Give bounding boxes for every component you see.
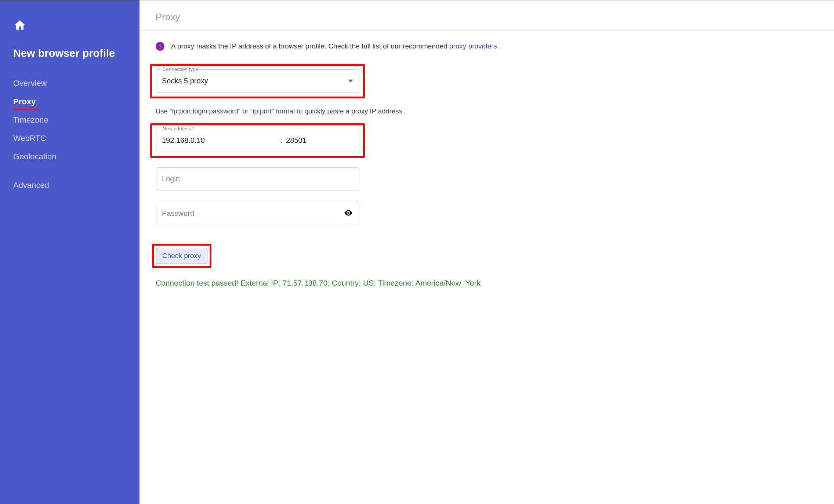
main-content: Proxy i A proxy masks the IP address of … <box>139 0 834 504</box>
sidebar: New browser profile Overview Proxy Timez… <box>0 0 139 504</box>
password-input[interactable] <box>162 209 344 218</box>
sidebar-item-label: Advanced <box>13 181 49 190</box>
connection-type-value: Socks 5 proxy <box>162 77 348 85</box>
password-field[interactable] <box>156 202 359 225</box>
info-text: A proxy masks the IP address of a browse… <box>171 41 501 51</box>
info-icon: i <box>156 42 164 51</box>
home-icon <box>13 19 26 31</box>
info-message: A proxy masks the IP address of a browse… <box>171 42 449 50</box>
check-proxy-button[interactable]: Check proxy <box>156 248 207 264</box>
annotation-box-address: New address * : <box>150 123 365 158</box>
login-field[interactable] <box>156 167 359 191</box>
sidebar-item-geolocation[interactable]: Geolocation <box>13 148 56 166</box>
login-input[interactable] <box>162 175 353 183</box>
home-link[interactable] <box>13 19 126 33</box>
proxy-providers-link[interactable]: proxy providers <box>449 42 497 50</box>
sidebar-item-proxy[interactable]: Proxy <box>13 93 36 111</box>
sidebar-item-advanced[interactable]: Advanced <box>13 176 49 195</box>
chevron-down-icon <box>348 78 353 84</box>
section-header: Proxy <box>139 0 834 30</box>
new-address-label: New address * <box>160 126 197 131</box>
info-trailing: . <box>497 42 501 50</box>
sidebar-item-overview[interactable]: Overview <box>13 74 47 93</box>
new-address-field[interactable]: New address * : <box>156 129 359 152</box>
connection-type-label: Connection type <box>160 66 200 72</box>
page-title: New browser profile <box>13 47 126 59</box>
ip-input[interactable] <box>162 136 277 145</box>
connection-test-result: Connection test passed! External IP: 71.… <box>156 278 527 288</box>
sidebar-item-label: Geolocation <box>13 152 56 161</box>
check-proxy-label: Check proxy <box>162 252 201 260</box>
ip-port-separator: : <box>279 136 284 145</box>
info-row: i A proxy masks the IP address of a brow… <box>156 41 527 51</box>
toggle-password-visibility[interactable] <box>344 208 353 219</box>
sidebar-nav: Overview Proxy Timezone WebRTC Geolocati… <box>13 74 126 195</box>
eye-icon <box>344 208 353 218</box>
sidebar-item-label: Proxy <box>13 97 36 106</box>
connection-type-select[interactable]: Connection type Socks 5 proxy <box>156 69 359 93</box>
sidebar-item-label: Overview <box>13 79 47 88</box>
sidebar-item-label: Timezone <box>13 115 48 124</box>
sidebar-item-label: WebRTC <box>13 134 46 143</box>
sidebar-item-webrtc[interactable]: WebRTC <box>13 129 46 148</box>
annotation-box-check-proxy: Check proxy <box>152 244 211 268</box>
section-title: Proxy <box>156 11 180 22</box>
annotation-box-connection-type: Connection type Socks 5 proxy <box>150 64 365 98</box>
paste-format-hint: Use "ip:port:login:password" or "ip:port… <box>156 107 413 115</box>
sidebar-item-timezone[interactable]: Timezone <box>13 111 48 129</box>
port-input[interactable] <box>286 136 353 145</box>
